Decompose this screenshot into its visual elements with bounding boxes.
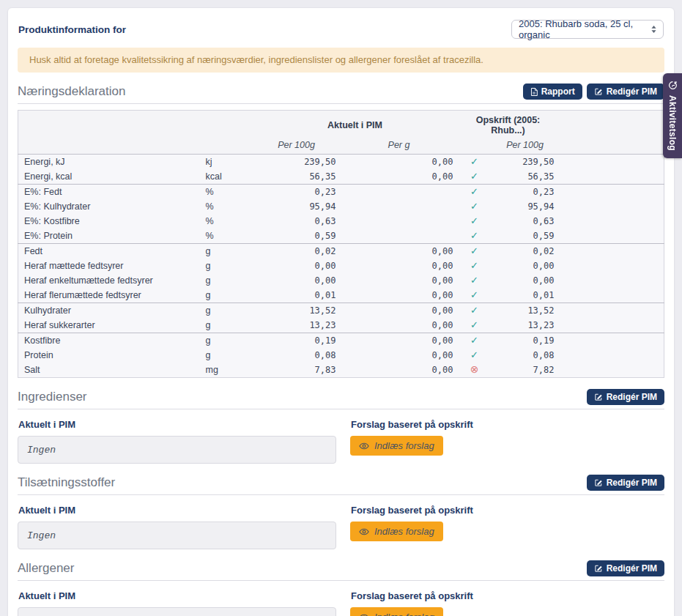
pim-per-100g-value: 7,83	[253, 363, 341, 378]
nutrition-row: Proteing0,080,00✓0,08	[18, 348, 664, 363]
nutrition-section-head: Næringsdeklaration Rapport	[18, 84, 664, 104]
suggestion-label: Forslag baseret på opskrift	[351, 590, 473, 601]
pim-per-g-value: 0,00	[341, 169, 458, 185]
pim-per-100g-value: 0,23	[253, 185, 341, 200]
nutrition-row: E%: Fedt%0,23✓0,23	[18, 185, 664, 200]
pim-per-g-value	[341, 199, 458, 214]
check-icon: ✓	[470, 215, 478, 226]
nutrition-table-body: Energi, kJkj239,500,00✓239,50Energi, kca…	[18, 155, 664, 378]
nutrient-unit: g	[201, 259, 253, 273]
status-cell: ✓	[458, 155, 492, 170]
check-icon: ✓	[470, 245, 478, 256]
load-suggestion-button[interactable]: Indlæs forslag	[350, 607, 443, 616]
suggestion-label: Forslag baseret på opskrift	[351, 419, 473, 430]
filler-cell	[559, 363, 664, 378]
pim-per-g-value: 0,00	[341, 333, 458, 349]
section-title: Ingredienser	[18, 389, 87, 405]
current-value-text: Ingen	[27, 530, 56, 541]
filler-cell	[559, 155, 664, 170]
pim-per-g-value	[341, 229, 458, 244]
pim-per-100g-value: 0,63	[253, 214, 341, 229]
recipe-per-100g-value: 13,52	[492, 303, 559, 319]
check-icon: ✓	[470, 171, 478, 182]
recipe-per-100g-header: Per 100g	[492, 138, 559, 155]
current-value-box: Ingen	[18, 607, 336, 616]
recipe-per-100g-value: 56,35	[492, 169, 559, 185]
pencil-square-icon	[594, 564, 603, 573]
filler-cell	[559, 169, 664, 185]
nutrient-unit: %	[201, 185, 253, 200]
current-in-pim-label: Aktuelt i PIM	[18, 505, 336, 516]
nutrient-label: E%: Protein	[18, 229, 201, 244]
pencil-square-icon	[594, 478, 603, 487]
nutrition-row: Energi, kJkj239,500,00✓239,50	[18, 155, 664, 170]
pim-per-g-value: 0,00	[341, 348, 458, 363]
load-suggestion-button[interactable]: Indlæs forslag	[350, 522, 443, 541]
filler-cell	[559, 185, 664, 200]
current-in-pim-label: Aktuelt i PIM	[18, 590, 336, 601]
nutrient-label: Energi, kJ	[18, 155, 201, 170]
activity-log-tab[interactable]: Aktivitetslog	[663, 73, 682, 158]
report-button[interactable]: Rapport	[523, 84, 582, 100]
product-select[interactable]: 2005: Rhubarb soda, 25 cl, organic	[511, 20, 664, 39]
nutrient-label: E%: Fedt	[18, 185, 201, 200]
nutrition-row: E%: Kulhydrater%95,94✓95,94	[18, 199, 664, 214]
pim-per-g-value: 0,00	[341, 288, 458, 303]
edit-pim-button[interactable]: Redigér PIM	[587, 389, 664, 405]
current-value-box: Ingen	[18, 436, 336, 464]
recipe-per-100g-value: 95,94	[492, 199, 559, 214]
pencil-square-icon	[594, 87, 603, 96]
edit-pim-button[interactable]: Redigér PIM	[587, 475, 664, 491]
edit-pim-button[interactable]: Redigér PIM	[587, 560, 664, 576]
nutrition-table: Aktuelt i PIM Opskrift (2005: Rhub...) P…	[18, 110, 664, 378]
product-info-card: Produktinformation for 2005: Rhubarb sod…	[7, 7, 675, 616]
nutrient-unit: kj	[201, 155, 253, 170]
current-value-text: Ingen	[27, 445, 56, 456]
current-value-box: Ingen	[18, 522, 336, 549]
nutrition-title: Næringsdeklaration	[18, 84, 125, 100]
pim-per-100g-value: 0,01	[253, 288, 341, 303]
check-icon: ✓	[470, 335, 478, 346]
section-ingredienser: Ingredienser Redigér PIM Aktuelt i PIM	[18, 389, 664, 464]
pim-per-100g-value: 0,08	[253, 348, 341, 363]
status-cell: ✓	[458, 244, 492, 259]
current-in-pim-label: Aktuelt i PIM	[18, 419, 336, 430]
recipe-per-100g-value: 0,08	[492, 348, 559, 363]
recipe-per-100g-value: 0,23	[492, 185, 559, 200]
nutrient-label: Kulhydrater	[18, 303, 201, 319]
pim-per-100g-value: 13,23	[253, 318, 341, 333]
pim-per-g-value: 0,00	[341, 363, 458, 378]
nutrient-label: Kostfibre	[18, 333, 201, 349]
recipe-per-100g-value: 13,23	[492, 318, 559, 333]
activity-log-label: Aktivitetslog	[667, 95, 678, 151]
filler-cell	[559, 303, 664, 319]
status-cell: ✓	[458, 185, 492, 200]
pim-per-100g-value: 0,02	[253, 244, 341, 259]
section-title: Allergener	[18, 560, 75, 576]
eye-icon	[359, 612, 369, 616]
nutrient-unit: g	[201, 273, 253, 288]
nutrient-unit: %	[201, 199, 253, 214]
status-cell: ✓	[458, 229, 492, 244]
nutrition-row: Heraf sukkerarterg13,230,00✓13,23	[18, 318, 664, 333]
filler-cell	[559, 259, 664, 273]
check-icon: ✓	[470, 230, 478, 241]
nutrient-unit: g	[201, 333, 253, 349]
nutrient-label: Protein	[18, 348, 201, 363]
nutrient-label: Energi, kcal	[18, 169, 201, 185]
edit-pim-button[interactable]: Redigér PIM	[587, 84, 664, 100]
status-cell: ✓	[458, 333, 492, 349]
pim-per-100g-value: 0,59	[253, 229, 341, 244]
recipe-per-100g-value: 0,19	[492, 333, 559, 349]
filler-cell	[559, 199, 664, 214]
recipe-per-100g-value: 0,00	[492, 259, 559, 273]
nutrient-unit: %	[201, 229, 253, 244]
nutrition-row: Saltmg7,830,00⊗7,82	[18, 363, 664, 378]
nutrient-label: Fedt	[18, 244, 201, 259]
load-suggestion-button[interactable]: Indlæs forslag	[350, 436, 443, 456]
filler-cell	[559, 229, 664, 244]
nutrient-unit: g	[201, 348, 253, 363]
nutrient-unit: g	[201, 318, 253, 333]
eye-icon	[359, 441, 369, 451]
filler-cell	[559, 348, 664, 363]
